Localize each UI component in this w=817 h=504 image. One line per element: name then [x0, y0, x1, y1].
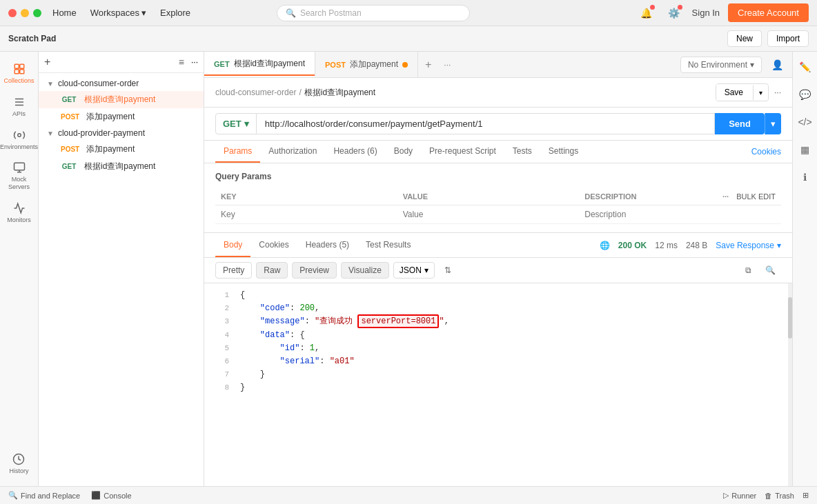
req-tab-authorization[interactable]: Authorization — [260, 141, 325, 163]
tab-post-payment[interactable]: POST 添加payment — [315, 52, 418, 77]
format-preview-button[interactable]: Preview — [292, 262, 337, 279]
scratch-pad-label: Scratch Pad — [8, 34, 722, 43]
collections-toolbar: + ≡ ··· — [39, 52, 204, 73]
tab-more-options[interactable]: ··· — [438, 60, 456, 70]
resp-tab-headers[interactable]: Headers (5) — [297, 233, 357, 257]
code-icon[interactable]: </> — [796, 112, 815, 132]
highlighted-text: serverPort=8001 — [357, 314, 439, 328]
request-name: 添加payment — [86, 143, 135, 155]
url-input[interactable] — [257, 113, 715, 134]
find-replace-button[interactable]: 🔍 Find and Replace — [8, 491, 80, 500]
traffic-lights — [8, 9, 41, 17]
sidebar-bottom: History — [5, 447, 32, 486]
query-params-section: Query Params KEY VALUE DESCRIPTION ··· B… — [204, 163, 792, 232]
resp-tab-cookies[interactable]: Cookies — [250, 233, 297, 257]
tree-item-get-payment-1[interactable]: GET 根据id查询payment — [39, 91, 204, 108]
req-tab-headers[interactable]: Headers (6) — [325, 141, 385, 163]
import-button[interactable]: Import — [767, 30, 809, 47]
console-button[interactable]: ⬛ Console — [91, 491, 131, 500]
method-badge-post: POST — [58, 145, 82, 154]
add-tab-button[interactable]: + — [418, 59, 438, 71]
sidebar-item-monitors[interactable]: Monitors — [0, 196, 38, 230]
search-response-icon[interactable]: 🔍 — [760, 263, 781, 278]
method-selector[interactable]: GET ▾ — [215, 113, 257, 134]
save-button[interactable]: Save — [716, 84, 751, 101]
copy-response-icon[interactable]: ⧉ — [740, 263, 757, 278]
new-button[interactable]: New — [727, 30, 762, 47]
format-visualize-button[interactable]: Visualize — [341, 262, 389, 279]
nav-workspaces[interactable]: Workspaces ▾ — [90, 8, 146, 18]
more-options-icon[interactable]: ··· — [191, 57, 198, 67]
folder-cloud-consumer-order[interactable]: ▼ cloud-consumer-order — [39, 76, 204, 91]
sidebar-item-environments[interactable]: Environments — [0, 123, 38, 157]
tree-item-post-payment-1[interactable]: POST 添加payment — [39, 108, 204, 125]
trash-button[interactable]: 🗑 Trash — [765, 491, 794, 500]
key-input[interactable] — [221, 210, 392, 219]
close-button[interactable] — [8, 9, 17, 17]
tab-unsaved-dot — [402, 62, 408, 68]
person-icon[interactable]: 👤 — [767, 55, 787, 74]
settings-dot — [678, 5, 682, 10]
save-response-button[interactable]: Save Response ▾ — [716, 241, 781, 250]
add-collection-icon[interactable]: + — [44, 56, 50, 68]
create-account-button[interactable]: Create Account — [728, 3, 809, 22]
bulk-edit-button[interactable]: Bulk Edit — [736, 192, 776, 201]
format-raw-button[interactable]: Raw — [256, 262, 288, 279]
req-tab-tests[interactable]: Tests — [504, 141, 540, 163]
notifications-icon[interactable]: 🔔 — [637, 3, 656, 23]
req-tab-pre-request[interactable]: Pre-request Script — [421, 141, 504, 163]
sign-in-button[interactable]: Sign In — [692, 8, 720, 18]
sidebar-item-collections[interactable]: Collections — [0, 57, 38, 90]
filter-response-icon[interactable]: ⇅ — [439, 263, 457, 278]
more-icon[interactable]: ··· — [722, 192, 729, 201]
value-input[interactable] — [403, 210, 574, 219]
req-tab-settings[interactable]: Settings — [540, 141, 587, 163]
settings-icon[interactable]: ⚙️ — [665, 3, 684, 23]
layout-button[interactable]: ⊞ — [803, 491, 809, 500]
console-icon: ⬛ — [91, 491, 101, 500]
info-circle-icon[interactable]: ℹ — [796, 168, 815, 187]
more-actions-button[interactable]: ··· — [774, 88, 781, 97]
maximize-button[interactable] — [33, 9, 41, 17]
tree-item-get-payment-2[interactable]: GET 根据id查询payment — [39, 158, 204, 175]
nav-home[interactable]: Home — [52, 8, 77, 18]
minimize-button[interactable] — [21, 9, 29, 17]
edit-icon[interactable]: ✏️ — [796, 57, 815, 77]
resp-tab-body[interactable]: Body — [215, 233, 250, 257]
sidebar-item-history[interactable]: History — [5, 447, 32, 481]
sidebar-item-mock-servers[interactable]: Mock Servers — [0, 156, 38, 196]
value-column-header: VALUE — [397, 188, 580, 205]
sidebar-item-apis[interactable]: APIs — [0, 90, 38, 123]
find-replace-icon: 🔍 — [8, 491, 18, 500]
description-input[interactable] — [584, 210, 776, 219]
search-bar[interactable]: 🔍 Search Postman — [277, 5, 470, 21]
filter-icon[interactable]: ≡ — [179, 57, 184, 68]
send-dropdown-button[interactable]: ▾ — [765, 113, 781, 134]
environment-selector[interactable]: No Environment ▾ — [680, 57, 762, 73]
nav-explore[interactable]: Explore — [160, 8, 190, 18]
folder-cloud-provider-payment[interactable]: ▼ cloud-provider-payment — [39, 125, 204, 141]
vertical-scrollbar[interactable] — [788, 283, 792, 486]
titlebar-right: 🔔 ⚙️ Sign In Create Account — [637, 3, 809, 23]
format-pretty-button[interactable]: Pretty — [215, 262, 252, 279]
json-format-selector[interactable]: JSON ▾ — [393, 262, 435, 279]
panel-icon[interactable]: ▦ — [796, 140, 815, 159]
req-tab-cookies[interactable]: Cookies — [751, 147, 781, 157]
titlebar: Home Workspaces ▾ Explore 🔍 Search Postm… — [0, 0, 817, 26]
tree-item-post-payment-2[interactable]: POST 添加payment — [39, 141, 204, 158]
url-bar: GET ▾ Send ▾ — [204, 108, 792, 141]
request-breadcrumb-area: cloud-consumer-order / 根据id查询payment Sav… — [204, 78, 792, 108]
runner-button[interactable]: ▷ Runner — [723, 491, 756, 500]
params-table: KEY VALUE DESCRIPTION ··· Bulk Edit — [215, 188, 781, 224]
scrollbar-thumb[interactable] — [788, 297, 792, 339]
tab-get-payment[interactable]: GET 根据id查询payment — [204, 52, 315, 77]
resp-tab-test-results[interactable]: Test Results — [357, 233, 419, 257]
comment-icon[interactable]: 💬 — [796, 85, 815, 104]
save-dropdown-arrow[interactable]: ▾ — [753, 85, 768, 100]
send-button[interactable]: Send — [715, 113, 765, 134]
req-tab-body[interactable]: Body — [386, 141, 421, 163]
chevron-down-icon: ▾ — [777, 241, 781, 250]
req-tab-params[interactable]: Params — [215, 141, 260, 163]
request-tabs: Params Authorization Headers (6) Body Pr… — [204, 141, 792, 163]
globe-icon: 🌐 — [600, 241, 610, 250]
